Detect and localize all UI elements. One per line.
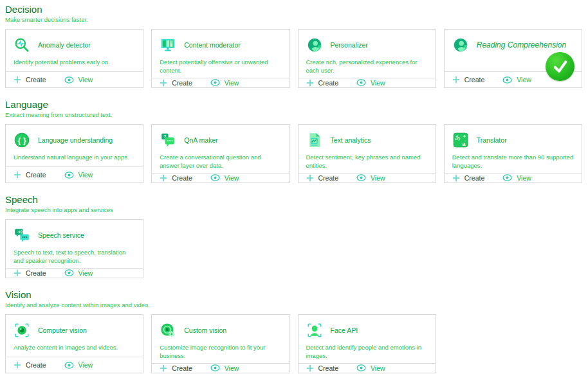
create-button[interactable]: Create [14, 361, 46, 369]
create-label: Create [26, 171, 46, 179]
create-label: Create [172, 174, 192, 182]
create-button[interactable]: Create [160, 79, 192, 87]
view-button[interactable]: View [356, 364, 385, 372]
card-description: Analyze content in images and videos. [14, 344, 135, 352]
create-button[interactable]: Create [306, 79, 339, 87]
view-button[interactable]: View [356, 79, 385, 87]
svg-text:a: a [462, 140, 466, 147]
create-label: Create [172, 364, 192, 372]
view-button[interactable]: View [502, 76, 531, 84]
card-body: ? QnA maker Create a conversational ques… [152, 125, 289, 173]
view-label: View [371, 174, 385, 182]
plus-icon [160, 174, 167, 182]
service-card[interactable]: Computer vision Analyze content in image… [5, 314, 143, 373]
create-button[interactable]: Create [452, 76, 485, 84]
card-head: あa Translator [452, 132, 574, 148]
card-body: Personalizer Create rich, personalized e… [299, 30, 436, 78]
card-grid: Speech service Speech to text, text to s… [5, 219, 582, 278]
view-button[interactable]: View [502, 174, 531, 182]
card-footer: Create View [299, 363, 436, 373]
card-head: ? QnA maker [160, 132, 281, 148]
create-button[interactable]: Create [160, 364, 192, 372]
view-button[interactable]: View [210, 174, 239, 182]
card-body: Content moderator Detect potentially off… [152, 30, 289, 78]
card-title: Text analytics [331, 136, 371, 144]
view-label: View [517, 76, 531, 84]
card-footer: Create View [6, 268, 143, 278]
service-card[interactable]: Face API Detect and identify people and … [298, 314, 436, 373]
create-button[interactable]: Create [306, 364, 339, 372]
plus-icon [306, 364, 314, 372]
card-title: Custom vision [184, 326, 226, 334]
card-head: Custom vision [160, 322, 281, 339]
card-body: あa Translator Detect and translate more … [445, 125, 582, 173]
service-card[interactable]: Anomaly detector Identify potential prob… [5, 29, 143, 88]
card-body: Anomaly detector Identify potential prob… [6, 30, 143, 71]
create-label: Create [464, 76, 485, 84]
create-label: Create [26, 361, 46, 369]
create-label: Create [26, 76, 46, 84]
create-label: Create [172, 79, 192, 87]
service-card[interactable]: ? QnA maker Create a conversational ques… [151, 124, 289, 183]
card-head: { } Language understanding [14, 132, 135, 148]
view-button[interactable]: View [64, 76, 93, 84]
card-footer: Create View [299, 173, 436, 183]
custom-vision-icon [160, 322, 176, 339]
service-section: Vision Identify and analyze content with… [5, 289, 583, 373]
card-body: Face API Detect and identify people and … [299, 315, 436, 363]
card-head: Content moderator [160, 37, 281, 53]
create-button[interactable]: Create [14, 171, 46, 179]
view-label: View [225, 364, 239, 372]
card-head: Anomaly detector [14, 37, 135, 53]
plus-icon [14, 171, 21, 179]
view-label: View [371, 79, 385, 87]
create-button[interactable]: Create [452, 174, 485, 182]
view-button[interactable]: View [210, 364, 239, 372]
card-body: Speech service Speech to text, text to s… [6, 220, 143, 268]
create-button[interactable]: Create [14, 76, 46, 84]
card-footer: Create View [6, 71, 143, 87]
qna-maker-icon: ? [160, 132, 176, 148]
view-button[interactable]: View [356, 174, 385, 182]
create-label: Create [26, 269, 46, 277]
create-button[interactable]: Create [14, 269, 46, 277]
create-button[interactable]: Create [160, 174, 192, 182]
view-label: View [517, 174, 531, 182]
card-body: Text analytics Detect sentiment, key phr… [299, 125, 436, 173]
view-button[interactable]: View [64, 361, 93, 369]
card-description: Identify potential problems early on. [14, 58, 135, 67]
card-title: Reading Compreehension [477, 40, 566, 49]
reading-comprehension-icon [452, 37, 469, 53]
service-card[interactable]: あa Translator Detect and translate more … [444, 124, 582, 183]
service-card[interactable]: Content moderator Detect potentially off… [151, 29, 289, 88]
service-card[interactable]: { } Language understanding Understand na… [5, 124, 143, 183]
service-card[interactable]: Text analytics Detect sentiment, key phr… [298, 124, 436, 183]
section-subtitle: Identify and analyze content within imag… [5, 301, 583, 309]
eye-icon [356, 364, 366, 371]
card-head: Reading Compreehension [452, 37, 574, 53]
service-card[interactable]: Reading Compreehension Create View [444, 29, 582, 88]
eye-icon [64, 269, 74, 276]
view-button[interactable]: View [64, 171, 93, 179]
service-card[interactable]: Custom vision Customize image recognitio… [151, 314, 289, 373]
service-card[interactable]: Speech service Speech to text, text to s… [5, 219, 143, 278]
card-footer: Create View [152, 78, 289, 87]
card-body: { } Language understanding Understand na… [6, 125, 143, 166]
service-card[interactable]: Personalizer Create rich, personalized e… [298, 29, 436, 88]
view-button[interactable]: View [64, 269, 93, 277]
card-description: Detect and identify people and emotions … [306, 344, 428, 361]
card-title: Anomaly detector [38, 41, 91, 49]
section-subtitle: Extract meaning from unstructured text. [5, 111, 583, 119]
plus-icon [14, 269, 21, 277]
card-head: Speech service [14, 227, 135, 244]
plus-icon [160, 79, 167, 87]
card-title: Face API [331, 326, 358, 334]
svg-text:あ: あ [455, 134, 461, 141]
card-footer: Create View [152, 363, 289, 373]
card-description: Create rich, personalized experiences fo… [306, 58, 428, 75]
service-section: Speech Integrate speech into apps and se… [5, 194, 583, 278]
language-understanding-icon: { } [14, 132, 30, 148]
view-label: View [78, 269, 93, 277]
create-button[interactable]: Create [306, 174, 339, 182]
view-button[interactable]: View [210, 79, 239, 87]
